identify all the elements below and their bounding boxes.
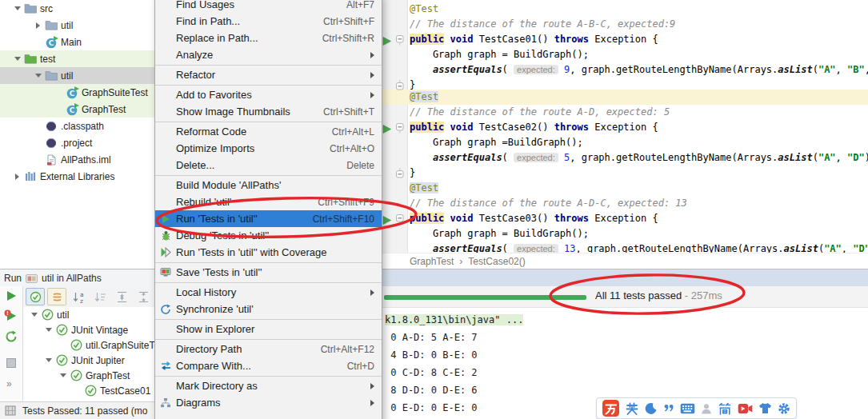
submenu-arrow-icon bbox=[370, 92, 374, 98]
chevron-down-icon[interactable] bbox=[11, 57, 23, 61]
project-tree-item-util[interactable]: util bbox=[0, 17, 154, 34]
account-icon[interactable] bbox=[701, 403, 712, 414]
menu-item-refactor[interactable]: Refactor bbox=[155, 66, 382, 83]
night-mode-icon[interactable] bbox=[645, 402, 658, 415]
show-passed-filter-button[interactable] bbox=[26, 288, 45, 305]
breadcrumb-method[interactable]: TestCase02() bbox=[468, 256, 525, 267]
menu-item-analyze[interactable]: Analyze bbox=[155, 46, 382, 63]
more-actions-button[interactable]: » bbox=[6, 376, 12, 390]
svg-text:z: z bbox=[80, 297, 83, 303]
settings-gear-icon[interactable] bbox=[778, 402, 790, 415]
menu-item-run-tests-in-util-with-coverage[interactable]: Run 'Tests in 'util'' with Coverage bbox=[155, 244, 382, 261]
chevron-down-icon[interactable] bbox=[11, 6, 23, 10]
menu-item-optimize-imports[interactable]: Optimize ImportsCtrl+Alt+O bbox=[155, 140, 382, 157]
project-tree-item-test[interactable]: test bbox=[0, 50, 154, 67]
tree-item-label: util bbox=[61, 70, 73, 82]
menu-item-replace-in-path[interactable]: Replace in Path...Ctrl+Shift+R bbox=[155, 30, 382, 46]
skin-icon[interactable] bbox=[758, 402, 772, 414]
run-test-gutter-icon[interactable] bbox=[382, 122, 391, 137]
menu-item-find-in-path[interactable]: Find in Path...Ctrl+Shift+F bbox=[155, 13, 382, 30]
breadcrumb-class[interactable]: GraphTest bbox=[410, 256, 454, 267]
fold-region-icon[interactable] bbox=[396, 213, 404, 228]
project-tree-item-allpaths-iml[interactable]: AllPaths.iml bbox=[0, 151, 154, 168]
fold-region-end-icon[interactable] bbox=[396, 167, 404, 182]
rerun-tests-button[interactable] bbox=[6, 290, 17, 305]
menu-item-compare-with[interactable]: Compare With...Ctrl+D bbox=[155, 357, 382, 374]
menu-item-run-tests-in-util[interactable]: Run 'Tests in 'util''Ctrl+Shift+F10 bbox=[155, 210, 382, 227]
expand-all-button[interactable] bbox=[112, 288, 131, 305]
test-result-text: All 11 tests passed - 257ms bbox=[595, 289, 722, 301]
menu-item-save-tests-in-util[interactable]: Save 'Tests in 'util'' bbox=[155, 264, 382, 281]
chevron-right-icon[interactable] bbox=[32, 22, 44, 29]
submenu-arrow-icon bbox=[370, 383, 374, 389]
menu-item-diagrams[interactable]: Diagrams bbox=[155, 394, 382, 411]
svg-text:!: ! bbox=[6, 310, 9, 317]
test-tree-item-util-graphsuitetest[interactable]: util.GraphSuiteTest bbox=[23, 337, 154, 353]
video-icon[interactable] bbox=[738, 403, 753, 414]
menu-item-label: Local History bbox=[176, 286, 370, 298]
run-test-gutter-icon[interactable] bbox=[382, 34, 391, 49]
rerun-failed-tests-button[interactable]: ! bbox=[4, 309, 17, 325]
menu-separator bbox=[155, 339, 382, 340]
show-ignored-filter-button[interactable] bbox=[47, 288, 66, 305]
menu-item-debug-tests-in-util[interactable]: Debug 'Tests in 'util'' bbox=[155, 227, 382, 244]
tree-item-label: External Libraries bbox=[40, 171, 114, 182]
project-tree-item-graphtest[interactable]: CGraphTest bbox=[0, 101, 154, 118]
project-tree-item-util[interactable]: util bbox=[0, 67, 154, 84]
chevron-right-icon[interactable] bbox=[11, 174, 23, 180]
libraries-icon bbox=[23, 171, 38, 182]
test-tree-item-junit-vintage[interactable]: JUnit Vintage bbox=[23, 322, 154, 337]
menu-item-directory-path[interactable]: Directory PathCtrl+Alt+F12 bbox=[155, 341, 382, 357]
wanneng-icon[interactable] bbox=[602, 400, 619, 417]
toggle-auto-test-button[interactable] bbox=[5, 330, 18, 346]
fold-region-icon[interactable] bbox=[396, 34, 404, 49]
project-tree-item--project[interactable]: .project bbox=[0, 134, 154, 151]
chevron-down-icon[interactable] bbox=[32, 74, 44, 78]
menu-item-show-in-explorer[interactable]: Show in Explorer bbox=[155, 321, 382, 337]
english-mode-icon[interactable] bbox=[625, 401, 639, 416]
test-tree-item-junit-jupiter[interactable]: JUnit Jupiter bbox=[23, 353, 154, 368]
test-tree-item-testcase01[interactable]: TestCase01 bbox=[23, 383, 154, 398]
test-tree-item-graphtest[interactable]: GraphTest bbox=[23, 368, 154, 383]
menu-item-show-image-thumbnails[interactable]: Show Image ThumbnailsCtrl+Shift+T bbox=[155, 103, 382, 120]
menu-item-synchronize-util[interactable]: Synchronize 'util' bbox=[155, 301, 382, 317]
menu-item-label: Reformat Code bbox=[176, 126, 332, 138]
chevron-down-icon[interactable] bbox=[42, 328, 54, 332]
menu-separator bbox=[155, 319, 382, 320]
punctuation-icon[interactable] bbox=[663, 403, 674, 414]
soft-keyboard-icon[interactable] bbox=[680, 403, 695, 414]
fold-region-icon[interactable] bbox=[396, 122, 404, 137]
run-tool-window-header[interactable]: Run util in AllPaths bbox=[0, 269, 158, 287]
project-tree-item-external-libraries[interactable]: External Libraries bbox=[0, 168, 154, 185]
project-tree-item-main[interactable]: CMain bbox=[0, 34, 154, 50]
menu-item-mark-directory-as[interactable]: Mark Directory as bbox=[155, 377, 382, 394]
chevron-down-icon[interactable] bbox=[28, 313, 40, 317]
run-test-gutter-icon[interactable] bbox=[382, 213, 391, 228]
stop-button[interactable] bbox=[6, 357, 16, 371]
menu-item-label: Optimize Imports bbox=[176, 142, 330, 154]
menu-item-delete[interactable]: Delete...Delete bbox=[155, 157, 382, 174]
ime-toolbar bbox=[596, 397, 797, 419]
menu-item-local-history[interactable]: Local History bbox=[155, 284, 382, 301]
menu-item-build-module-allpaths[interactable]: Build Module 'AllPaths' bbox=[155, 177, 382, 194]
chevron-down-icon[interactable] bbox=[57, 373, 69, 377]
sort-alphabetically-button[interactable]: az bbox=[69, 288, 88, 305]
submenu-arrow-icon bbox=[370, 72, 374, 78]
menu-item-reformat-code[interactable]: Reformat CodeCtrl+Alt+L bbox=[155, 123, 382, 140]
menu-item-add-to-favorites[interactable]: Add to Favorites bbox=[155, 86, 382, 103]
test-progress-bar bbox=[384, 295, 586, 300]
project-tree-item-graphsuitetest[interactable]: CGraphSuiteTest bbox=[0, 84, 154, 101]
test-tree-item-util[interactable]: util bbox=[23, 307, 154, 322]
submenu-arrow-icon bbox=[370, 52, 374, 58]
menu-item-rebuild-util[interactable]: Rebuild 'util'Ctrl+Shift+F9 bbox=[155, 194, 382, 210]
project-tree-item--classpath[interactable]: .classpath bbox=[0, 118, 154, 134]
svg-text:C: C bbox=[69, 90, 74, 98]
simplified-chinese-icon[interactable] bbox=[718, 401, 732, 416]
sort-by-duration-button[interactable] bbox=[90, 288, 110, 305]
collapse-all-button[interactable] bbox=[134, 288, 153, 305]
menu-item-find-usages[interactable]: Find UsagesAlt+F7 bbox=[155, 0, 382, 13]
chevron-down-icon[interactable] bbox=[42, 358, 54, 362]
project-tree-item-src[interactable]: src bbox=[0, 0, 154, 17]
fold-region-end-icon[interactable] bbox=[396, 79, 404, 94]
tree-item-label: .classpath bbox=[61, 121, 104, 132]
